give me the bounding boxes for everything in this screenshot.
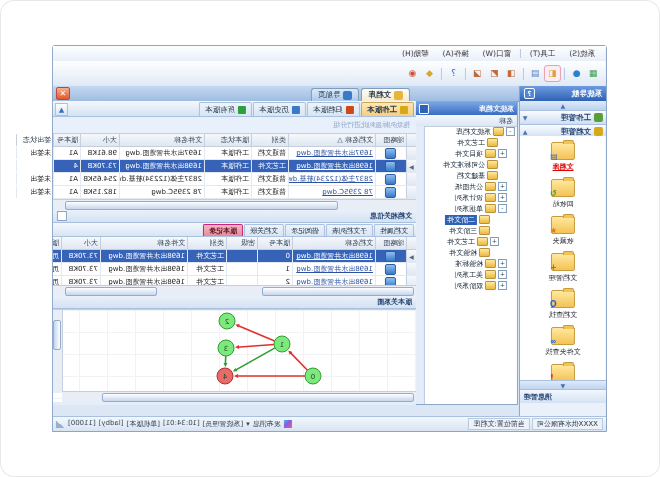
globe-icon[interactable]: ● [569,66,584,81]
info-tab-版本记录[interactable]: 版本记录 [203,224,243,236]
sidebar-help-icon[interactable]: ? [524,88,535,99]
tree-node-基建文档[interactable]: 基建文档 [424,170,517,181]
chart-icon[interactable]: ▦ [586,66,601,81]
tree-node-三阶文件[interactable]: 三阶文件 [424,225,517,236]
column-header-大小[interactable]: 大小 [61,237,100,249]
tab-文档库[interactable]: 文档库 [362,88,411,102]
tree-expander[interactable]: + [498,281,507,290]
column-header-版本号[interactable]: 版本号 [53,134,80,146]
help-icon[interactable]: ? [446,66,461,81]
resize-grip[interactable] [56,420,64,428]
tree-expander[interactable]: + [498,149,507,158]
table-row[interactable]: 1698出水井管道图.dwg2工艺文件1698出水井管道图.dwg73.70KB… [53,276,416,285]
column-header-大小[interactable]: 大小 [80,134,119,146]
thumbnail-icon[interactable] [386,148,397,159]
menu-item-窗口(W)[interactable]: 窗口(W) [476,48,518,60]
exit-icon[interactable]: ◉ [405,66,420,81]
grid2-hscrollbar[interactable] [53,285,416,296]
table-row[interactable]: 78 2395C.dwg普通文档工作版本78 2395C.dwg182.15KB… [53,186,416,199]
info-tab-子文档列表[interactable]: 子文档列表 [326,224,373,236]
sidebar-item-收藏夹[interactable]: ★收藏夹 [520,216,606,246]
version-graph[interactable]: 01234 [64,310,416,392]
tab-导航页[interactable]: 导航页 [311,88,360,102]
tree-expander[interactable]: + [490,237,499,246]
folder-view-icon[interactable]: ◧ [545,66,560,81]
publish-message-button[interactable]: 发布消息 [253,419,281,429]
sidebar-group-工作管理[interactable]: 工作管理▼ [520,111,606,125]
version-tab-归档版本[interactable]: 归档版本 [307,102,360,116]
column-header-签出状态[interactable]: 签出状态 [16,134,53,146]
tree-node-项目文件[interactable]: +项目文件 [424,148,517,159]
version-tab-历史版本[interactable]: 历史版本 [253,102,306,116]
column-header-文档名称 △[interactable]: 文档名称 △ [288,134,375,146]
column-header-类别[interactable]: 类别 [187,237,226,249]
group-chevron[interactable]: ▲ [523,128,528,135]
menu-item-操作(A)[interactable]: 操作(A) [436,48,476,60]
tree-expander[interactable]: + [498,259,507,268]
tree-node-二阶文件[interactable]: 二阶文件 [424,214,517,225]
window-layout-icon[interactable]: ◨ [504,66,519,81]
thumbnail-icon[interactable] [386,174,397,185]
tree-node-单据系列[interactable]: -单据系列 [424,203,517,214]
scroll-up-button[interactable]: ▲ [55,103,68,116]
group-chevron[interactable]: ▼ [523,114,528,121]
column-header-缩略图[interactable]: 缩略图 [375,237,406,249]
column-header-文件名称[interactable]: 文件名称 [100,237,187,249]
lock-icon[interactable]: ◆ [422,66,437,81]
column-header-缩略图[interactable]: 缩略图 [375,134,406,146]
tree-node-公司标准文件[interactable]: 公司标准文件 [424,159,517,170]
version-tab-工作版本[interactable]: 工作版本 [361,102,414,116]
version-tab-所有版本[interactable]: 所有版本 [199,102,252,116]
thumbnail-icon[interactable] [386,277,397,286]
thumbnail-icon[interactable] [386,161,397,172]
column-header-版本状态 △[interactable]: 版本状态 △ [53,237,61,249]
column-header-版本状态[interactable]: 版本状态 [204,134,251,146]
tree-node-工艺文件[interactable]: 工艺文件 [424,137,517,148]
tree-scrollbar[interactable] [416,126,425,404]
sidebar-item-文档管理[interactable]: +文档管理 [520,253,606,283]
tree-node-公共图纸[interactable]: +公共图纸 [424,181,517,192]
info-tab-文档属性[interactable]: 文档属性 [374,224,414,236]
table-view-icon[interactable]: ▤ [528,66,543,81]
column-header-版本号[interactable]: 版本号 [257,237,292,249]
tree-expander[interactable]: - [498,204,507,213]
sidebar-item-文件夹查找[interactable]: ∞文件夹查找 [520,327,606,357]
column-header-类别[interactable]: 类别 [251,134,288,146]
tree-node-设计系列[interactable]: +设计系列 [424,192,517,203]
tree-node-美工系列[interactable]: +美工系列 [424,269,517,280]
tree-expander[interactable]: - [506,127,515,136]
tree-node-检验标准[interactable]: +检验标准 [424,258,517,269]
grid1-hscrollbar[interactable] [53,199,416,210]
table-row[interactable]: 1698出水井管道图.dwg1工艺文件1698出水井管道图.dwg73.70KB… [53,263,416,276]
sidebar-item-发出的文档[interactable]: !发出的文档 [520,364,606,381]
column-header-文档名称[interactable]: 文档名称 [292,237,375,249]
table-row[interactable]: ▶1698出水井管道图.dwg工艺文件工作版本1698出水井管道图.dwg73.… [53,160,416,173]
tree-node-检验文件[interactable]: 检验文件 [424,247,517,258]
tab-close-button[interactable]: ✕ [56,87,70,100]
table-row[interactable]: 2837主体(12234)桩基.dwg普通文档工作版本2837主体(12234)… [53,173,416,186]
tree-expander[interactable]: + [498,270,507,279]
graph-vscrollbar[interactable] [53,310,63,393]
sidebar-item-文档查找[interactable]: Q文档查找 [520,290,606,320]
table-row[interactable]: 1697出水井管道图.dwg普通文档工作版本1697出水井管道图.dwg98.6… [53,147,416,160]
graph-hscrollbar[interactable] [62,391,416,402]
thumbnail-icon[interactable] [386,187,397,198]
sidebar-item-回收站[interactable]: ↻回收站 [520,179,606,209]
window-tile-icon[interactable]: ◪ [470,66,485,81]
sidebar-collapse-top[interactable]: ▲ [520,101,606,111]
sidebar-bottom-band[interactable]: 消息管理 [520,389,606,403]
column-header-文件名称[interactable]: 文件名称 [119,134,204,146]
column-header-密级[interactable]: 密级 [226,237,257,249]
tree-node-双阶系列[interactable]: +双阶系列 [424,280,517,291]
info-tab-借阅记录[interactable]: 借阅记录 [285,224,325,236]
window-cascade-icon[interactable]: ◩ [487,66,502,81]
tree-panel-icon[interactable] [419,104,429,114]
menu-item-帮助(H)[interactable]: 帮助(H) [395,48,436,60]
tree-expander[interactable]: + [498,193,507,202]
table-row[interactable]: ▶1698出水井管道图.dwg0工艺文件1698出水井管道图.dwg73.70K… [53,250,416,263]
menu-item-工具(T)[interactable]: 工具(T) [523,48,562,60]
message-dropdown-arrow[interactable]: ▾ [246,420,250,428]
info-panel-button[interactable] [57,211,67,221]
tree-expander[interactable]: + [498,182,507,191]
info-tab-文档关联[interactable]: 文档关联 [244,224,284,236]
